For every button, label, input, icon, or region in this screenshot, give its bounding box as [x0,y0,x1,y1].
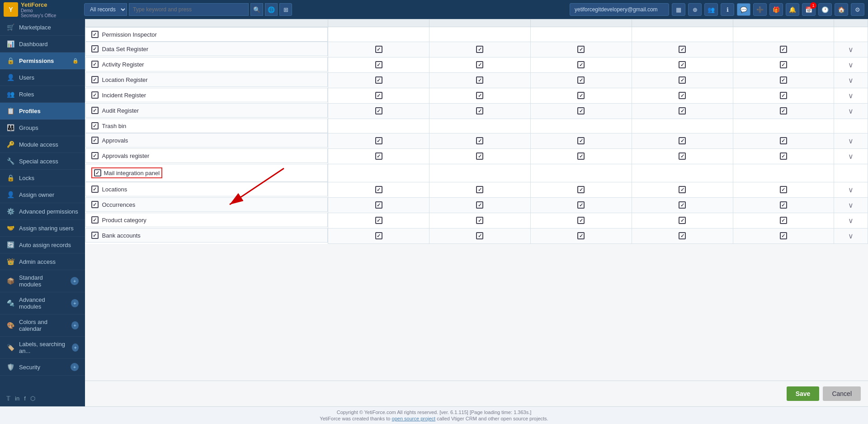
bell-icon[interactable]: 🔔 [786,3,799,16]
col-checkbox[interactable] [476,137,483,144]
col-checkbox[interactable] [679,76,686,84]
row-checkbox[interactable] [91,91,99,99]
row-checkbox[interactable] [91,232,99,239]
col-checkbox[interactable] [375,137,382,144]
row-checkbox[interactable] [91,137,99,144]
twitter-icon[interactable]: 𝕋 [6,395,10,402]
expand-chevron-icon[interactable]: ∨ [848,92,854,100]
col-checkbox[interactable] [577,137,585,144]
sidebar-item-users[interactable]: 👤 Users [0,69,85,86]
col-checkbox[interactable] [577,92,585,99]
col-checkbox[interactable] [476,107,483,114]
row-checkbox[interactable] [91,31,99,38]
sidebar-item-module-access[interactable]: 🔑 Module access [0,136,85,153]
expand-chevron-icon[interactable]: ∨ [848,232,854,240]
row-checkbox[interactable] [91,61,99,68]
search-scope-select[interactable]: All records [84,3,127,16]
labels-searching-plus[interactable]: + [72,343,79,352]
col-checkbox[interactable] [679,186,686,193]
col-checkbox[interactable] [780,137,787,144]
history-icon[interactable]: 🕐 [818,3,832,16]
sidebar-item-admin-access[interactable]: 👑 Admin access [0,253,85,270]
sidebar-item-colors-calendar[interactable]: 🎨 Colors and calendar + [0,314,85,337]
row-checkbox[interactable] [91,152,99,159]
expand-chevron-icon[interactable]: ∨ [848,107,854,115]
standard-modules-plus[interactable]: + [71,277,79,285]
col-checkbox[interactable] [679,46,686,53]
search-button[interactable]: 🔍 [250,3,263,16]
email-display[interactable] [570,3,669,16]
col-checkbox[interactable] [780,107,787,114]
users-icon[interactable]: 👥 [704,3,718,16]
expand-chevron-icon[interactable]: ∨ [848,137,854,145]
expand-chevron-icon[interactable]: ∨ [848,61,854,69]
row-checkbox[interactable] [91,45,99,52]
grid-icon[interactable]: ⊞ [279,3,292,16]
col-checkbox[interactable] [476,76,483,84]
row-checkbox[interactable] [91,216,99,224]
expand-chevron-icon[interactable]: ∨ [848,217,854,224]
col-checkbox[interactable] [780,61,787,68]
col-checkbox[interactable] [476,152,483,160]
row-checkbox[interactable] [91,107,99,114]
calendar-icon[interactable]: 📅 1 [802,3,816,16]
expand-chevron-icon[interactable]: ∨ [848,201,854,209]
col-checkbox[interactable] [375,201,382,209]
col-checkbox[interactable] [780,152,787,160]
sidebar-item-labels-searching[interactable]: 🏷️ Labels, searching an... + [0,337,85,359]
sidebar-item-advanced-permissions[interactable]: ⚙️ Advanced permissions [0,203,85,220]
col-checkbox[interactable] [780,186,787,193]
col-checkbox[interactable] [375,92,382,99]
col-checkbox[interactable] [476,46,483,53]
globe-icon[interactable]: 🌐 [265,3,278,16]
row-checkbox[interactable] [91,186,99,193]
expand-chevron-icon[interactable]: ∨ [848,152,854,160]
expand-chevron-icon[interactable]: ∨ [848,76,854,84]
col-checkbox[interactable] [476,186,483,193]
col-checkbox[interactable] [679,232,686,239]
col-checkbox[interactable] [679,61,686,68]
row-checkbox[interactable] [91,76,99,83]
col-checkbox[interactable] [679,92,686,99]
col-checkbox[interactable] [780,76,787,84]
col-checkbox[interactable] [375,61,382,68]
col-checkbox[interactable] [679,217,686,224]
settings-icon[interactable]: ⚙ [851,3,864,16]
sidebar-item-auto-assign[interactable]: 🔄 Auto assign records [0,237,85,253]
col-checkbox[interactable] [679,137,686,144]
col-checkbox[interactable] [476,92,483,99]
sidebar-item-marketplace[interactable]: 🛒 Marketplace [0,19,85,36]
sidebar-item-special-access[interactable]: 🔧 Special access [0,153,85,170]
col-checkbox[interactable] [577,217,585,224]
sidebar-item-groups[interactable]: 👨‍👩‍👧 Groups [0,119,85,136]
gift-icon[interactable]: 🎁 [769,3,783,16]
security-plus[interactable]: + [71,363,79,371]
linkedin-icon[interactable]: in [15,395,19,402]
chat-icon[interactable]: 💬 [737,3,750,16]
col-checkbox[interactable] [577,186,585,193]
col-checkbox[interactable] [476,201,483,209]
info-icon[interactable]: ℹ [721,3,734,16]
cancel-button[interactable]: Cancel [823,386,861,401]
col-checkbox[interactable] [476,61,483,68]
col-checkbox[interactable] [476,217,483,224]
col-checkbox[interactable] [577,232,585,239]
sidebar-item-profiles[interactable]: 📋 Profiles [0,103,85,119]
sidebar-item-advanced-modules[interactable]: 🔩 Advanced modules + [0,292,85,314]
home-icon[interactable]: 🏠 [835,3,848,16]
github-icon[interactable]: ⬡ [30,395,35,402]
col-checkbox[interactable] [375,46,382,53]
sidebar-item-permissions[interactable]: 🔒 Permissions 🔒 [0,52,85,69]
col-checkbox[interactable] [577,76,585,84]
facebook-icon[interactable]: f [24,395,26,402]
row-checkbox[interactable] [94,169,101,176]
advanced-modules-plus[interactable]: + [71,299,79,307]
save-button[interactable]: Save [787,386,820,401]
col-checkbox[interactable] [375,217,382,224]
col-checkbox[interactable] [679,107,686,114]
col-checkbox[interactable] [577,201,585,209]
col-checkbox[interactable] [780,217,787,224]
col-checkbox[interactable] [577,107,585,114]
sidebar-item-assign-sharing[interactable]: 🤝 Assign sharing users [0,220,85,237]
col-checkbox[interactable] [577,46,585,53]
